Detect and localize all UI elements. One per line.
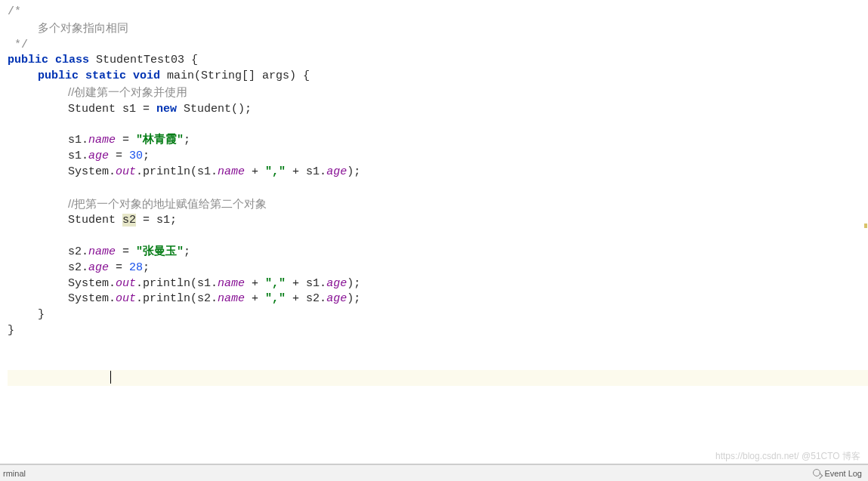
code-line: s2.age = 28; [4,261,868,276]
active-line-highlight [8,370,868,386]
terminal-tab[interactable]: rminal [0,469,26,478]
code-line [4,118,868,134]
code-line: s1.name = "林青霞"; [4,133,868,149]
code-line: Student s2 = s1; [4,213,868,229]
text-caret [110,371,111,384]
code-line: System.out.println(s1.name + "," + s1.ag… [4,165,868,180]
code-line [4,229,868,245]
code-line: System.out.println(s1.name + "," + s1.ag… [4,276,868,292]
code-line: /* [4,5,868,20]
code-line: //把第一个对象的地址赋值给第二个对象 [4,196,868,214]
code-line: public class StudentTest03 { [4,53,868,69]
code-editor[interactable]: /* 多个对象指向相同 */ public class StudentTest0… [0,0,868,449]
code-line [4,180,868,196]
event-log-label: Event Log [824,469,862,478]
code-line: } [4,323,868,339]
code-line: s1.age = 30; [4,149,868,165]
code-line: Student s1 = new Student(); [4,102,868,118]
code-line: public static void main(String[] args) { [4,69,868,85]
code-line: } [4,307,868,323]
watermark-text: https://blog.csdn.net/ @51CTO 博客 [715,450,860,463]
code-line: s2.name = "张曼玉"; [4,245,868,261]
event-log-button[interactable]: Event Log [813,469,862,478]
gutter-warning-marker[interactable] [864,224,867,228]
search-icon [813,469,820,476]
active-code-line [4,339,868,402]
status-bar: rminal Event Log [0,464,868,481]
code-line: */ [4,38,868,54]
code-line: System.out.println(s2.name + "," + s2.ag… [4,291,868,307]
code-line: 多个对象指向相同 [4,20,868,38]
code-line: //创建第一个对象并使用 [4,85,868,102]
